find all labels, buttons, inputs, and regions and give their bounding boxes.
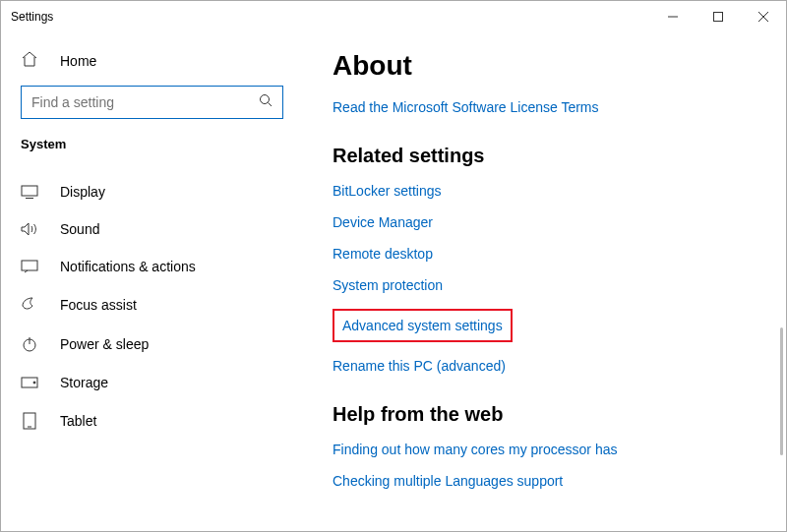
related-settings-header: Related settings	[333, 145, 757, 167]
home-label: Home	[60, 53, 96, 69]
nav-item-label: Sound	[60, 221, 99, 237]
maximize-button[interactable]	[696, 1, 741, 32]
nav-item-label: Notifications & actions	[60, 259, 196, 274]
system-protection-link[interactable]: System protection	[333, 277, 757, 293]
nav-item-label: Storage	[60, 375, 108, 390]
power-icon	[21, 335, 38, 353]
bitlocker-link[interactable]: BitLocker settings	[333, 183, 757, 199]
window-controls	[650, 1, 786, 32]
minimize-button[interactable]	[650, 1, 696, 32]
languages-help-link[interactable]: Checking multiple Languages support	[333, 473, 757, 489]
notifications-icon	[21, 260, 38, 273]
sound-icon	[21, 221, 38, 237]
scrollbar-thumb[interactable]	[780, 327, 783, 455]
search-input[interactable]	[31, 94, 259, 110]
home-icon	[21, 50, 38, 72]
help-web-header: Help from the web	[333, 403, 757, 426]
nav-display[interactable]: Display	[21, 173, 283, 210]
rename-pc-link[interactable]: Rename this PC (advanced)	[333, 358, 757, 374]
search-icon	[259, 93, 272, 111]
nav-item-label: Display	[60, 184, 105, 200]
nav-notifications[interactable]: Notifications & actions	[21, 248, 283, 285]
svg-rect-6	[22, 186, 37, 196]
window-title: Settings	[11, 10, 53, 24]
license-link[interactable]: Read the Microsoft Software License Term…	[333, 99, 757, 115]
nav-tablet[interactable]: Tablet	[21, 401, 283, 441]
cores-help-link[interactable]: Finding out how many cores my processor …	[333, 442, 757, 457]
storage-icon	[21, 377, 38, 388]
minimize-icon	[668, 12, 678, 22]
search-box[interactable]	[21, 86, 283, 119]
close-icon	[758, 12, 768, 22]
svg-point-12	[33, 382, 35, 384]
nav-focus-assist[interactable]: Focus assist	[21, 285, 283, 325]
scrollbar[interactable]	[780, 327, 784, 531]
advanced-system-settings-link[interactable]: Advanced system settings	[342, 318, 503, 333]
close-button[interactable]	[741, 1, 786, 32]
page-title: About	[333, 50, 757, 82]
main-content: About Read the Microsoft Software Licens…	[303, 32, 786, 531]
tablet-icon	[21, 412, 38, 430]
nav-item-label: Focus assist	[60, 297, 137, 313]
svg-rect-8	[22, 261, 37, 270]
svg-point-4	[261, 95, 270, 104]
remote-desktop-link[interactable]: Remote desktop	[333, 246, 757, 262]
svg-rect-1	[714, 13, 723, 22]
nav-storage[interactable]: Storage	[21, 364, 283, 401]
nav-power-sleep[interactable]: Power & sleep	[21, 325, 283, 364]
display-icon	[21, 185, 38, 199]
titlebar: Settings	[1, 1, 786, 32]
highlight-box: Advanced system settings	[333, 309, 513, 342]
svg-line-5	[269, 103, 272, 107]
device-manager-link[interactable]: Device Manager	[333, 214, 757, 230]
nav-item-label: Tablet	[60, 413, 96, 429]
sidebar: Home System Display Sound Notifications …	[1, 32, 303, 531]
home-nav[interactable]: Home	[21, 44, 283, 86]
section-label: System	[21, 137, 283, 151]
nav-sound[interactable]: Sound	[21, 210, 283, 248]
maximize-icon	[713, 12, 723, 22]
focus-assist-icon	[21, 296, 38, 314]
nav-item-label: Power & sleep	[60, 336, 149, 352]
